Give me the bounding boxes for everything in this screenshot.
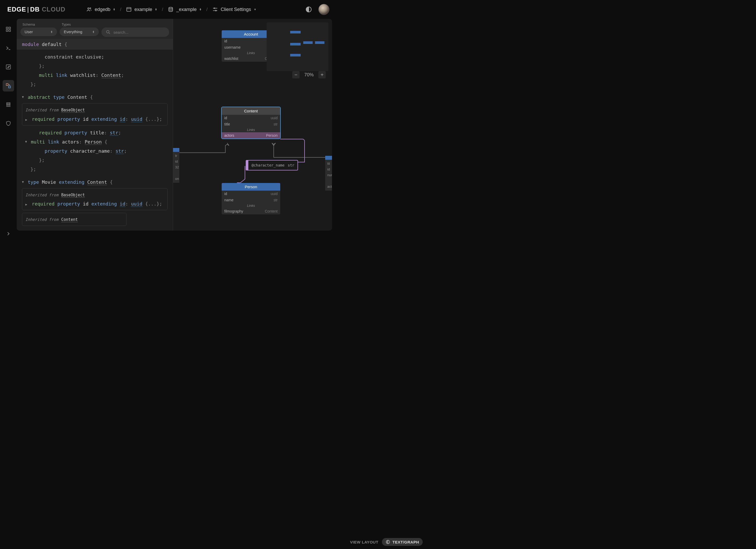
minimap[interactable] [267,22,328,71]
node-prop-row: namestr [222,197,280,203]
logo-separator: | [27,6,29,13]
chevron-down-icon: ▼ [25,139,29,145]
inherited-box: Inherited from BaseObject ▶ required pro… [22,103,168,125]
breadcrumbs: edgedb ▲▼ / example ▲▼ / _example ▲▼ / C… [86,7,256,12]
node-title: Person [222,183,280,191]
zoom-in-button[interactable]: + [318,71,326,78]
chevron-up-down-icon: ▲▼ [113,8,115,11]
theme-toggle-icon[interactable] [305,6,312,13]
breadcrumb-settings[interactable]: Client Settings ▼ [212,7,256,12]
brace-open: { [65,42,67,47]
logo-db: DB [30,6,40,13]
code-body[interactable]: constraint exclusive; }; multi link watc… [17,50,173,231]
svg-point-4 [169,7,173,9]
code-line: multi link watchlist: Content; [17,71,173,80]
types-filter-select[interactable]: Everything ▲▼ [60,27,99,36]
node-content[interactable]: Content iduuid titlestr Links actorsPers… [222,107,280,139]
database-icon [168,7,174,12]
code-line: }; [17,165,173,174]
breadcrumb-project-label: example [134,7,152,12]
base-object-link[interactable]: BaseObject [61,108,85,113]
actors-link-toggle[interactable]: ▼ multi link actors: Person { [17,137,173,146]
terminal-icon [5,45,11,51]
breadcrumb-instance-label: _example [176,7,197,12]
sidebar-schema[interactable] [3,80,14,91]
breadcrumb-instance[interactable]: _example ▲▼ [168,7,202,12]
breadcrumb-settings-label: Client Settings [221,7,251,12]
main-layout: Schema User ▲▼ Types Everything ▲▼ [0,19,337,245]
schema-filter-label: Schema [20,22,57,26]
org-icon [86,7,92,12]
window-icon [126,7,132,12]
sidebar-editor[interactable] [3,61,14,73]
app-header: EDGE | DB CLOUD edgedb ▲▼ / example ▲▼ /… [0,0,337,19]
chevron-down-icon: ▼ [22,94,26,100]
user-avatar[interactable] [318,4,329,15]
code-line: }; [17,61,173,71]
node-prop-row: iduuid [222,191,280,197]
types-filter-label: Types [60,22,99,26]
search-icon [106,30,111,35]
schema-filter-value: User [25,30,33,34]
shield-icon [5,121,11,126]
sidebar-layers[interactable] [3,99,14,110]
chevron-up-down-icon: ▲▼ [50,31,53,33]
node-links-header: Links [222,127,280,132]
zoom-controls: − 70% + [292,71,326,78]
node-title: Content [222,107,280,115]
svg-rect-10 [6,27,8,29]
chevron-right-icon: ▶ [25,202,29,208]
svg-point-21 [106,30,109,33]
content-link[interactable]: Content [61,217,78,222]
breadcrumb-project[interactable]: example ▲▼ [126,7,157,12]
inherited-prop-row[interactable]: ▶ required property id extending id: uui… [25,199,164,208]
svg-point-8 [215,10,216,11]
node-link-row-actors[interactable]: actorsPerson [222,132,280,139]
movie-type-toggle[interactable]: ▼ type Movie extending Content { [17,178,173,187]
svg-point-6 [214,8,215,9]
partial-node-right: titidnum act [325,156,332,191]
search-group [101,22,169,37]
node-prop-row: iduuid [222,115,280,121]
code-line: }; [17,156,173,165]
content-area: Schema User ▲▼ Types Everything ▲▼ [17,19,332,231]
svg-point-1 [90,8,91,9]
inherited-from-label: Inherited from [25,193,58,197]
chevron-right-icon [5,231,11,237]
breadcrumb-separator: / [120,7,121,12]
graph-panel[interactable]: trid32 on titidnum act Account iduuid us… [173,19,332,231]
sidebar-terminal[interactable] [3,42,14,54]
node-links-header: Links [222,203,280,208]
code-line: constraint exclusive; [17,52,173,61]
sidebar-dashboard[interactable] [3,24,14,35]
logo-edge: EDGE [7,6,26,13]
content-type-block: ▼ abstract type Content { Inherited from… [17,93,173,174]
zoom-out-button[interactable]: − [292,71,300,78]
code-line: }; [17,80,173,89]
sidebar-expand[interactable] [3,228,14,239]
chevron-down-icon: ▼ [22,179,26,185]
search-box[interactable] [101,27,169,37]
layers-icon [5,102,11,107]
linkprop-name: @character_name [251,163,284,167]
svg-rect-13 [9,30,10,31]
svg-point-0 [88,8,89,9]
content-type-toggle[interactable]: ▼ abstract type Content { [17,93,173,102]
breadcrumb-org[interactable]: edgedb ▲▼ [86,7,115,12]
header-right [305,4,329,15]
schema-filter-select[interactable]: User ▲▼ [20,27,57,36]
base-object-link[interactable]: BaseObject [61,193,85,198]
node-person[interactable]: Person iduuid namestr Links filmographyC… [222,183,280,214]
linkprop-type: str [288,163,294,167]
kw-module: module [22,42,39,47]
module-header: module default { [17,39,173,50]
search-input[interactable] [113,30,165,35]
sidebar-security[interactable] [3,118,14,129]
inherited-prop-row[interactable]: ▶ required property id extending id: uui… [25,115,164,124]
svg-rect-16 [6,84,8,85]
search-spacer [101,22,169,26]
filter-bar: Schema User ▲▼ Types Everything ▲▼ [17,19,173,39]
logo: EDGE | DB CLOUD [7,6,65,13]
link-property-node[interactable]: @character_name str [246,160,298,170]
svg-rect-18 [7,103,10,104]
